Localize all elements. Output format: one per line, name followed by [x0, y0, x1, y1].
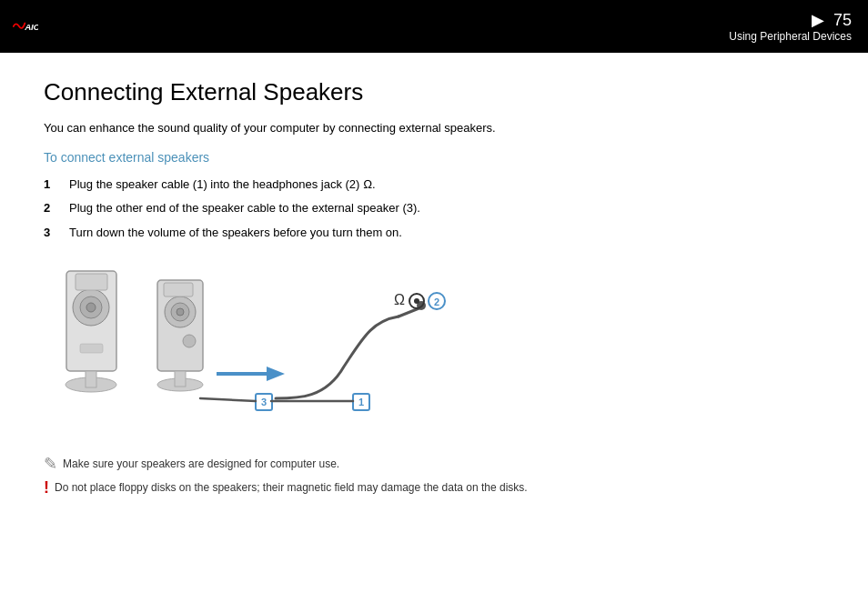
svg-marker-18 [267, 367, 285, 381]
step-text-2: Plug the other end of the speaker cable … [69, 199, 824, 217]
header-arrow: ▶ [812, 10, 824, 30]
warning-icon: ! [44, 479, 49, 496]
svg-text:3: 3 [261, 397, 267, 407]
diagram-area: Ω 2 1 3 [44, 257, 824, 439]
svg-text:2: 2 [434, 296, 439, 307]
step-item: 2 Plug the other end of the speaker cabl… [44, 199, 824, 217]
svg-point-23 [414, 298, 419, 304]
step-text-1: Plug the speaker cable (1) into the head… [69, 176, 824, 194]
svg-rect-6 [80, 344, 103, 353]
connection-diagram: Ω 2 1 3 [44, 257, 499, 439]
page-content: Connecting External Speakers You can enh… [0, 53, 868, 521]
svg-text:Ω: Ω [394, 292, 405, 307]
step-item: 3 Turn down the volume of the speakers b… [44, 224, 824, 242]
svg-rect-16 [175, 371, 186, 387]
svg-point-14 [183, 335, 196, 347]
steps-list: 1 Plug the speaker cable (1) into the he… [44, 176, 824, 242]
svg-text:1: 1 [358, 397, 364, 407]
vaio-logo: AIO [13, 16, 40, 36]
warning-text: Do not place floppy disks on the speaker… [55, 479, 528, 496]
page-header: AIO ▶ 75 Using Peripheral Devices [0, 0, 868, 53]
svg-text:AIO: AIO [24, 22, 38, 32]
svg-point-12 [177, 308, 184, 316]
svg-rect-5 [76, 274, 107, 290]
notes-section: ✎ Make sure your speakers are designed f… [44, 456, 824, 496]
svg-rect-8 [86, 371, 96, 387]
svg-point-4 [86, 303, 96, 312]
step-number-2: 2 [44, 199, 58, 217]
header-right: ▶ 75 Using Peripheral Devices [729, 10, 852, 43]
step-text-3: Turn down the volume of the speakers bef… [69, 224, 824, 242]
svg-rect-13 [164, 283, 193, 296]
svg-line-30 [200, 398, 256, 401]
step-item: 1 Plug the speaker cable (1) into the he… [44, 176, 824, 194]
page-title: Connecting External Speakers [44, 78, 824, 106]
subheading: To connect external speakers [44, 150, 824, 165]
section-title: Using Peripheral Devices [729, 30, 852, 43]
tip-icon: ✎ [44, 456, 57, 472]
page-number: 75 [833, 12, 852, 28]
tip-text: Make sure your speakers are designed for… [63, 456, 339, 472]
step-number-3: 3 [44, 224, 58, 242]
warning-note: ! Do not place floppy disks on the speak… [44, 479, 824, 496]
step-number-1: 1 [44, 176, 58, 194]
tip-note: ✎ Make sure your speakers are designed f… [44, 456, 824, 472]
intro-paragraph: You can enhance the sound quality of you… [44, 119, 824, 137]
